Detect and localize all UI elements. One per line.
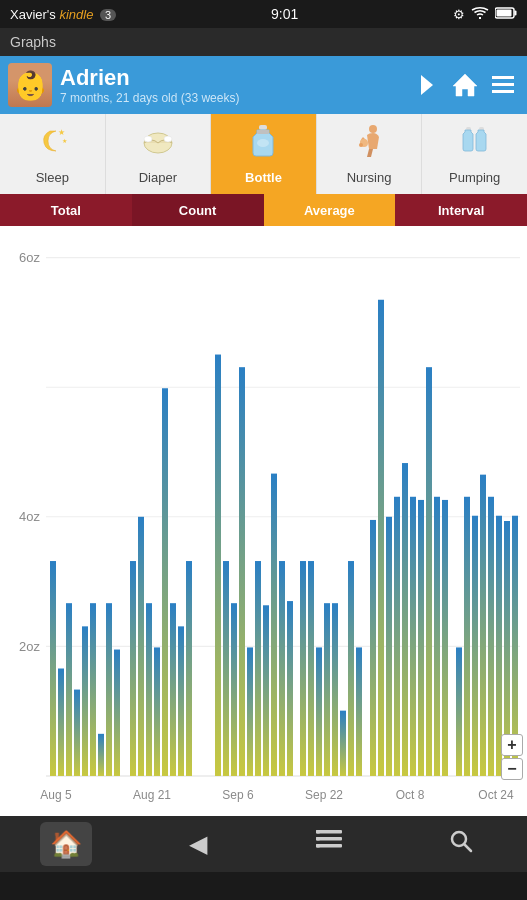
- svg-rect-62: [348, 561, 354, 776]
- sub-tab-total[interactable]: Total: [0, 194, 132, 226]
- home-button[interactable]: [449, 69, 481, 101]
- sub-tab-average[interactable]: Average: [264, 194, 396, 226]
- profile-info: Adrien 7 months, 21 days old (33 weeks): [60, 65, 403, 105]
- svg-marker-4: [453, 74, 477, 96]
- svg-rect-58: [316, 647, 322, 776]
- zoom-in-button[interactable]: +: [501, 734, 523, 756]
- svg-point-18: [359, 143, 363, 147]
- svg-rect-43: [170, 603, 176, 776]
- svg-rect-45: [186, 561, 192, 776]
- svg-rect-52: [263, 605, 269, 776]
- svg-rect-19: [466, 127, 471, 130]
- svg-rect-34: [90, 603, 96, 776]
- svg-rect-75: [464, 497, 470, 776]
- svg-text:Oct 24: Oct 24: [478, 788, 513, 802]
- svg-rect-71: [426, 367, 432, 776]
- svg-rect-41: [154, 647, 160, 776]
- diaper-label: Diaper: [139, 170, 177, 185]
- svg-rect-7: [492, 90, 514, 93]
- svg-rect-36: [106, 603, 112, 776]
- next-button[interactable]: [411, 69, 443, 101]
- svg-rect-1: [514, 10, 516, 15]
- bottle-label: Bottle: [245, 170, 282, 185]
- svg-rect-47: [223, 561, 229, 776]
- svg-rect-64: [370, 520, 376, 776]
- svg-point-15: [257, 139, 269, 147]
- svg-text:2oz: 2oz: [19, 638, 40, 653]
- chart-area: 6oz 4oz 2oz: [0, 226, 527, 816]
- svg-text:6oz: 6oz: [19, 250, 40, 265]
- wifi-icon: [471, 6, 489, 23]
- svg-rect-53: [271, 474, 277, 776]
- nursing-label: Nursing: [347, 170, 392, 185]
- svg-rect-33: [82, 626, 88, 776]
- svg-rect-74: [456, 647, 462, 776]
- svg-rect-55: [287, 601, 293, 776]
- kindle-label: kindle: [59, 7, 93, 22]
- status-app-name: Xavier's kindle 3: [10, 7, 116, 22]
- nav-back-button[interactable]: ◀: [172, 822, 224, 866]
- zoom-controls: + −: [501, 734, 523, 780]
- bottle-icon: [245, 123, 281, 166]
- svg-rect-93: [316, 844, 320, 848]
- status-bar: Xavier's kindle 3 9:01 ⚙: [0, 0, 527, 28]
- svg-rect-39: [138, 517, 144, 776]
- sub-tab-count[interactable]: Count: [132, 194, 264, 226]
- svg-rect-54: [279, 561, 285, 776]
- svg-rect-38: [130, 561, 136, 776]
- zoom-out-button[interactable]: −: [501, 758, 523, 780]
- svg-text:Aug 21: Aug 21: [133, 788, 171, 802]
- bottom-nav: 🏠 ◀: [0, 816, 527, 872]
- svg-rect-76: [472, 516, 478, 776]
- svg-rect-48: [231, 603, 237, 776]
- gear-icon: ⚙: [453, 7, 465, 22]
- nav-menu-button[interactable]: [303, 822, 355, 866]
- svg-rect-51: [255, 561, 261, 776]
- svg-rect-72: [434, 497, 440, 776]
- svg-rect-44: [178, 626, 184, 776]
- svg-rect-56: [300, 561, 306, 776]
- nav-search-button[interactable]: [435, 822, 487, 866]
- svg-rect-63: [356, 647, 362, 776]
- menu-nav-icon: [316, 830, 342, 858]
- svg-text:Aug 5: Aug 5: [40, 788, 71, 802]
- nav-home-button[interactable]: 🏠: [40, 822, 92, 866]
- svg-rect-59: [324, 603, 330, 776]
- svg-rect-65: [378, 300, 384, 776]
- sub-tabs: Total Count Average Interval: [0, 194, 527, 226]
- avatar: 👶: [8, 63, 52, 107]
- menu-button[interactable]: [487, 69, 519, 101]
- svg-line-95: [465, 845, 472, 852]
- svg-rect-35: [98, 734, 104, 776]
- svg-rect-73: [442, 500, 448, 776]
- svg-marker-3: [421, 75, 433, 95]
- graphs-bar: Graphs: [0, 28, 527, 56]
- tab-nursing[interactable]: Nursing: [317, 114, 423, 194]
- svg-rect-70: [418, 500, 424, 776]
- svg-rect-57: [308, 561, 314, 776]
- tab-pumping[interactable]: Pumping: [422, 114, 527, 194]
- svg-rect-5: [492, 76, 514, 79]
- back-nav-icon: ◀: [189, 830, 207, 858]
- tab-bottle[interactable]: Bottle: [211, 114, 317, 194]
- svg-rect-37: [114, 650, 120, 776]
- header-icons: [411, 69, 519, 101]
- pumping-label: Pumping: [449, 170, 500, 185]
- category-tabs: ★ ★ Sleep Diaper Bottle: [0, 114, 527, 194]
- profile-header: 👶 Adrien 7 months, 21 days old (33 weeks…: [0, 56, 527, 114]
- svg-rect-78: [488, 497, 494, 776]
- tab-diaper[interactable]: Diaper: [106, 114, 212, 194]
- status-time: 9:01: [271, 6, 298, 22]
- chart-svg: 6oz 4oz 2oz: [0, 226, 527, 816]
- sleep-icon: ★ ★: [34, 123, 70, 166]
- svg-point-16: [369, 125, 377, 133]
- svg-rect-40: [146, 603, 152, 776]
- svg-rect-14: [257, 130, 269, 134]
- svg-rect-2: [496, 9, 511, 16]
- pumping-icon: [457, 123, 493, 166]
- svg-point-11: [144, 136, 152, 142]
- svg-text:4oz: 4oz: [19, 509, 40, 524]
- svg-rect-20: [479, 127, 484, 130]
- sub-tab-interval[interactable]: Interval: [395, 194, 527, 226]
- tab-sleep[interactable]: ★ ★ Sleep: [0, 114, 106, 194]
